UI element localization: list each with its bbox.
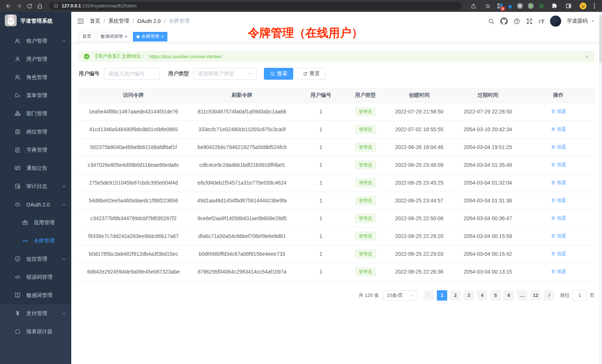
star-extension-icon[interactable] [539,3,544,9]
gem-extension-icon[interactable]: ◆ [508,3,512,9]
sidebar-item-audit[interactable]: 审计日志 [0,177,71,195]
help-icon[interactable] [513,18,520,25]
user-name[interactable]: 芋道源码 [567,18,588,24]
sidebar-item-oauth2[interactable]: OAuth 2.0 [0,195,71,214]
sidebar-collapse-icon[interactable] [77,17,84,25]
user-id-cell: 1 [296,156,346,174]
chevron-down-icon [410,293,414,297]
tab-token[interactable]: 令牌管理× [133,32,167,42]
created-time-cell: 2022-07-02 18:55:55 [385,120,454,138]
doc-link[interactable]: https://doc.iocoder.cn/user-center/ [149,54,222,59]
doc-alert: 【用户体系】文档地址： https://doc.iocoder.cn/user-… [79,51,595,62]
sidebar-item-role[interactable]: 角色管理 [0,68,71,86]
browser-back-icon[interactable] [4,1,13,11]
sidebar-item-errorcode[interactable]: 错误码管理 [0,268,71,286]
success-check-icon [84,54,89,59]
force-logout-button[interactable]: 强退 [551,162,566,168]
sidebar-item-report[interactable]: 报表设计器 [0,322,71,341]
user-avatar[interactable] [550,16,561,27]
github-icon[interactable] [500,17,508,25]
browser-reload-icon[interactable] [24,1,34,11]
profile-avatar[interactable] [578,1,588,11]
user-id-input[interactable] [104,68,160,80]
goto-page-input[interactable] [572,290,587,301]
sidebar-item-pay[interactable]: ¥支付管理 [0,304,71,322]
force-logout-label: 强退 [557,126,566,133]
sidebar-item-label: 菜单管理 [26,92,47,99]
extensions-puzzle-icon[interactable] [549,1,559,11]
force-logout-button[interactable]: 强退 [551,126,566,133]
user-type-tag: 管理员 [355,178,376,187]
sidebar-item-oauth2-app[interactable]: 应用管理 [0,214,71,232]
sidebar-item-label: 报表设计器 [26,328,52,335]
site-info-icon[interactable] [53,3,59,9]
sidebar-item-dept[interactable]: 部门管理 [0,105,71,123]
force-logout-button[interactable]: 强退 [551,233,566,239]
page-button-12[interactable]: 12 [530,290,541,301]
page-button-2[interactable]: 2 [450,290,461,301]
reset-button[interactable]: 重置 [297,68,326,80]
page-button-6[interactable]: 6 [504,290,514,301]
close-icon[interactable]: × [125,34,127,39]
fullscreen-icon[interactable] [526,18,533,25]
caret-down-icon[interactable] [591,19,595,23]
dict-icon [14,147,21,153]
page-button-5[interactable]: 5 [490,290,501,301]
extension-grid-icon[interactable]: 9 [497,3,503,9]
tab-home[interactable]: 首页 [79,32,95,42]
browser-home-icon[interactable] [35,1,45,11]
breadcrumb-home[interactable]: 首页 [90,18,100,24]
table-row: 502375b8040a469a9b82188afdf6af1fbe90422b… [79,138,595,156]
sidebar-item-menu[interactable]: 菜单管理 [0,86,71,105]
sidebar-item-post[interactable]: 岗位管理 [0,123,71,141]
force-logout-button[interactable]: 强退 [551,108,566,115]
force-logout-button[interactable]: 强退 [551,197,566,204]
tab-sensitive-word[interactable]: 敏感词管理× [97,32,131,42]
tab-label: 令牌管理 [141,33,159,40]
prev-page-button[interactable] [423,290,434,301]
force-logout-button[interactable]: 强退 [551,268,566,275]
command-extension-icon[interactable]: ⌘ [517,3,523,9]
page-button-3[interactable]: 3 [464,290,474,301]
breadcrumb-oauth2[interactable]: OAuth 2.0 [137,18,161,24]
next-page-button[interactable] [544,290,554,301]
address-bar[interactable]: 127.0.0.1:1024/system/oauth2/token [49,2,462,10]
sidebar-item-user[interactable]: 用户管理 [0,50,71,68]
scrollbar-thumb[interactable] [599,15,602,63]
close-icon[interactable]: × [161,34,164,39]
alert-close-icon[interactable]: × [585,53,589,60]
page-ellipsis[interactable]: … [517,290,527,301]
window-scrollbar[interactable] [599,12,602,364]
sidebar-item-tenant[interactable]: 租户管理 [0,32,71,50]
breadcrumb-system[interactable]: 系统管理 [108,18,129,24]
search-button[interactable]: 搜索 [264,68,293,80]
sidebar-item-sms[interactable]: 短信管理 [0,250,71,268]
page-button-4[interactable]: 4 [477,290,487,301]
force-logout-button[interactable]: 强退 [551,144,566,150]
page-button-1[interactable]: 1 [437,290,447,301]
page-size-select[interactable]: 10条/页 [383,290,418,301]
sidebar-item-notice[interactable]: 通知公告 [0,159,71,177]
force-logout-button[interactable]: 强退 [551,251,566,257]
sidebar-item-oauth2-token[interactable]: 令牌管理 [0,232,71,250]
table-header-cell: 创建时间 [385,88,454,103]
sidebar: 芋道管理系统 租户管理用户管理角色管理菜单管理部门管理岗位管理字典管理通知公告审… [0,12,71,364]
user-type-placeholder: 请选择用户类型 [198,70,234,77]
bookmark-star-icon[interactable] [483,1,493,11]
force-logout-button[interactable]: 强退 [551,215,566,222]
search-icon[interactable] [488,18,495,25]
browser-forward-icon[interactable] [14,1,24,11]
sidebar-item-dict[interactable]: 字典管理 [0,141,71,159]
force-logout-button[interactable]: 强退 [551,179,566,186]
browser-menu-kebab-icon[interactable] [593,3,596,9]
table-header-row: 访问令牌刷新令牌用户编号用户类型创建时间过期时间操作 [79,88,595,103]
action-cell: 强退 [522,174,595,192]
record-extension-icon[interactable] [528,3,534,9]
chevron-down-icon [62,257,66,261]
font-size-icon[interactable]: TT [539,19,544,24]
expire-time-cell: 2054-03-04 19:51:25 [454,138,522,156]
user-type-select[interactable]: 请选择用户类型 [193,68,256,80]
sidebar-item-sensitiveword[interactable]: 敏感词管理 [0,286,71,304]
share-icon[interactable] [468,1,478,11]
split-view-icon[interactable] [564,1,573,11]
